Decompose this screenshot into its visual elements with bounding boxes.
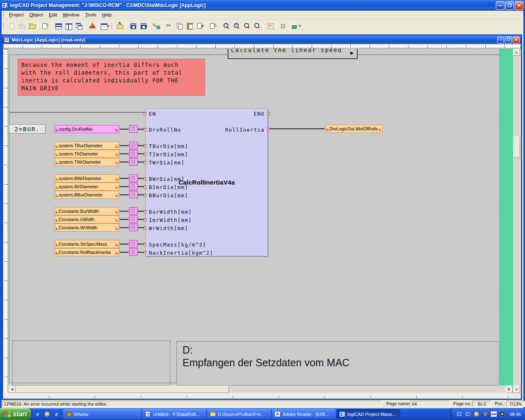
input-tag[interactable]: system.BWrDiameter — [55, 174, 119, 183]
input-tag[interactable]: system.TIrDiameter — [55, 150, 119, 158]
menu-item-object[interactable]: Object — [27, 11, 46, 18]
network-error-icon[interactable] — [465, 411, 471, 417]
taskbar-task-4[interactable]: AAdobe Reader - [E06... — [272, 409, 336, 419]
input-tag[interactable]: Constants.IrWidth — [55, 215, 119, 224]
menu-item-window[interactable]: Window — [60, 11, 82, 18]
zoom-in-button[interactable] — [242, 21, 252, 31]
scroll-right-icon[interactable]: ▶ — [506, 386, 513, 393]
cut-button[interactable] — [164, 21, 174, 31]
cascade-windows-button[interactable] — [73, 21, 84, 31]
internet-explorer-icon[interactable]: e — [53, 411, 60, 418]
diagram-canvas[interactable]: Calculate the linear speed ▶ Because the… — [8, 49, 513, 393]
linear-speed-frame[interactable]: Calculate the linear speed ▶ — [228, 49, 358, 59]
scroll-up-icon[interactable]: ▲ — [513, 49, 520, 56]
save-all-button[interactable]: ▸ — [138, 21, 148, 31]
app-titlebar[interactable]: logiCAD Project Management: "J:\WISCO-RC… — [0, 0, 525, 11]
doc-minimize-button[interactable]: — — [497, 37, 504, 43]
edit-tools-button[interactable] — [151, 21, 161, 31]
connector-icon[interactable] — [129, 207, 138, 215]
input-row: config.DrvRollNo — [55, 125, 146, 133]
connector-icon[interactable] — [129, 158, 138, 166]
taskbar-task-2[interactable]: Untitled - Y:\DataRolli... — [142, 409, 206, 419]
connector-icon[interactable] — [129, 142, 138, 149]
parent-folder-button[interactable] — [114, 21, 125, 31]
input-tag[interactable]: system.TWrDiameter — [55, 158, 119, 166]
grid-button[interactable] — [278, 21, 288, 31]
toolbar-grip-handle[interactable] — [111, 23, 113, 29]
arrange-window-button[interactable]: ▾ — [100, 21, 110, 31]
scroll-left-icon[interactable]: ◀ — [9, 386, 16, 393]
zoom-rect-button[interactable]: ▢ — [221, 21, 231, 31]
doc-close-button[interactable]: ✕ — [513, 37, 520, 43]
zoom-out-button[interactable] — [252, 21, 262, 31]
copy-button[interactable] — [174, 21, 185, 31]
open-folder-button[interactable] — [27, 21, 37, 31]
vertical-scrollbar[interactable]: ▲ ▼ — [513, 49, 520, 393]
connector-icon[interactable] — [129, 174, 138, 182]
save-button[interactable] — [128, 21, 138, 31]
split-horizontal-button[interactable] — [53, 21, 63, 31]
scroll-down-icon[interactable]: ▼ — [513, 386, 520, 393]
doc-restore-button[interactable]: ❐ — [505, 37, 512, 43]
clock[interactable]: 08:46 — [509, 412, 521, 417]
save-icon — [129, 22, 137, 30]
document-window-titlebar[interactable]: MdcLogic [AppLogic] (read-only) — ❐ ✕ — [3, 36, 521, 44]
output-tag[interactable]: DrvLogicOut.MoiOfRolls — [325, 125, 383, 133]
antivirus-icon[interactable]: V — [482, 411, 488, 417]
taskbar-task-1[interactable]: Wtview — [63, 409, 141, 419]
connector-icon[interactable] — [129, 240, 138, 248]
fit-view-button[interactable] — [265, 21, 275, 31]
input-tag[interactable]: config.DrvRollNo — [55, 125, 119, 133]
connector-icon[interactable] — [129, 183, 138, 190]
connector-icon[interactable] — [129, 150, 138, 158]
input-tag[interactable]: Constants.WrWidth — [55, 224, 119, 232]
expand-arrow-icon[interactable]: ▶ — [350, 50, 354, 56]
message-window-button[interactable] — [87, 21, 97, 31]
vertical-scroll-thumb[interactable] — [513, 137, 520, 158]
split-vertical-button[interactable] — [63, 21, 73, 31]
page-connector-tag[interactable]: 2=BUR. — [9, 124, 46, 134]
input-tag[interactable]: Constants.StrSpecMass — [55, 240, 119, 248]
minimize-button[interactable]: — — [496, 1, 504, 10]
xml-tool-icon[interactable]: xml — [491, 411, 497, 417]
media-app-icon[interactable] — [44, 411, 50, 418]
delete-object-button[interactable] — [195, 21, 205, 31]
input-tag[interactable]: system.BBurDiameter — [55, 191, 119, 199]
connector-icon[interactable] — [129, 125, 138, 133]
connector-icon[interactable] — [129, 248, 138, 256]
connector-icon[interactable] — [129, 215, 138, 223]
connector-icon[interactable] — [129, 191, 138, 199]
start-button[interactable]: start — [0, 408, 31, 420]
taskbar-task-5[interactable]: logiCAD Project Mana... — [337, 409, 400, 419]
menubar-grip-handle[interactable] — [2, 12, 5, 18]
object-properties-button[interactable] — [40, 21, 50, 31]
delete-object-icon — [196, 22, 204, 30]
show-errors-button[interactable] — [208, 21, 218, 31]
empty-frame[interactable] — [12, 340, 170, 386]
input-tag[interactable]: system.BIrDiameter — [55, 183, 119, 191]
network-status-icon[interactable] — [456, 411, 462, 417]
input-tag[interactable]: system.TBurDiameter — [55, 142, 119, 150]
close-button[interactable]: ✕ — [515, 1, 523, 10]
toolbar-grip-handle[interactable] — [2, 23, 5, 29]
function-block[interactable]: CalcRollInertiaV4a EN ENO RollInertia Dr… — [146, 109, 268, 256]
input-tag[interactable]: Constants.BurWidth — [55, 207, 119, 215]
viewer-icon[interactable] — [499, 411, 505, 417]
menu-item-help[interactable]: Help — [99, 11, 115, 18]
connection-mode-button[interactable]: ▾ — [291, 21, 301, 31]
horizontal-scrollbar[interactable]: ◀ ▶ — [9, 386, 513, 393]
taskbar-task-3[interactable]: D:\SourceProBas\Fro... — [207, 409, 271, 419]
note-box[interactable]: D: Empfangen der Setzdaten vom MAC — [176, 341, 498, 386]
audio-status-icon[interactable] — [473, 411, 479, 417]
menu-item-tools[interactable]: Tools — [82, 11, 99, 18]
zoom-100-button[interactable]: % — [231, 21, 242, 31]
horizontal-scroll-thumb[interactable] — [16, 386, 229, 393]
paste-button[interactable] — [185, 21, 195, 31]
input-tag[interactable]: Constants.RollNackInertia — [55, 248, 119, 256]
menu-item-project[interactable]: Project — [6, 11, 27, 18]
menu-item-edit[interactable]: Edit — [46, 11, 60, 18]
connector-icon[interactable] — [129, 224, 138, 231]
comment-box[interactable]: Because the moment of inertia differs mu… — [18, 59, 205, 96]
maximize-button[interactable]: ❐ — [505, 1, 514, 10]
internet-explorer-icon[interactable]: e — [34, 411, 41, 418]
